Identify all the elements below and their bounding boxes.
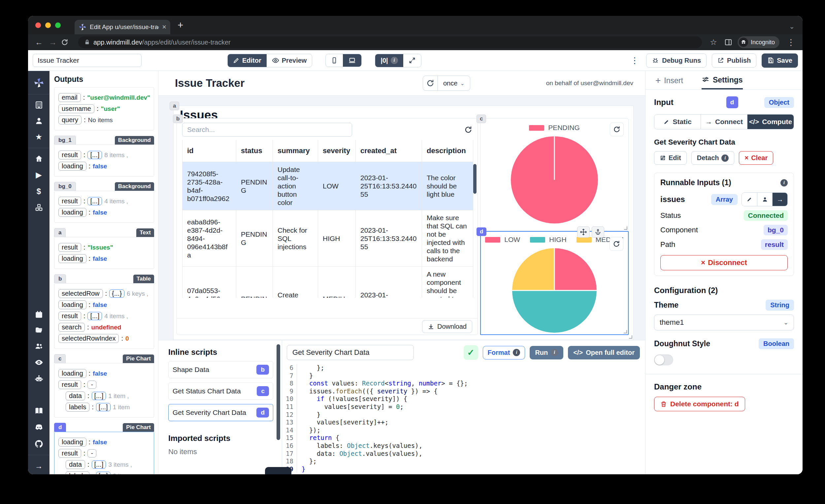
output-key[interactable]: data (66, 460, 85, 469)
component-id-badge-selected[interactable]: d (54, 423, 66, 432)
resize-handle[interactable] (629, 335, 632, 339)
side-panel-icon[interactable] (724, 38, 732, 46)
save-button[interactable]: Save (762, 54, 798, 68)
path-value-badge[interactable]: result (761, 239, 788, 250)
folders-icon[interactable] (34, 326, 44, 335)
preview-mode-button[interactable]: Preview (267, 54, 312, 67)
component-id-badge[interactable]: bg_1 (54, 136, 76, 145)
user-icon[interactable] (34, 117, 44, 125)
window-controls[interactable] (35, 22, 61, 28)
tab-close-icon[interactable]: × (162, 23, 166, 31)
drawer-handle[interactable] (265, 467, 291, 474)
audit-eye-icon[interactable] (34, 358, 44, 367)
browser-tab[interactable]: Edit App u/user/issue-tracker × (75, 20, 170, 34)
output-key[interactable]: labels (66, 471, 89, 474)
component-value-badge[interactable]: bg_0 (764, 225, 788, 235)
script-item-severity-chart-selected[interactable]: Get Severity Chart Datad (168, 404, 273, 421)
favorites-star-icon[interactable]: ★ (34, 132, 44, 142)
url-bar[interactable]: app.windmill.dev/apps/edit/u/user/issue-… (78, 36, 702, 48)
close-window-button[interactable] (35, 22, 41, 28)
output-key[interactable]: result (58, 311, 81, 320)
more-options-icon[interactable]: ⋮ (628, 56, 641, 66)
schedules-calendar-icon[interactable] (34, 310, 44, 319)
component-id-badge[interactable]: c (54, 354, 66, 363)
table-row[interactable]: 07da0553-4e6e-4d56-8ded-5fd0f7d5c3c2PEND… (182, 267, 473, 298)
expand-chip[interactable]: [...] (87, 197, 102, 205)
docs-book-icon[interactable] (34, 406, 44, 416)
tab-insert[interactable]: + Insert (655, 76, 683, 89)
output-key[interactable]: loading (58, 438, 86, 447)
run-button[interactable]: Runi (530, 346, 563, 359)
refresh-app-button[interactable] (423, 76, 438, 91)
component-id-badge[interactable]: b (54, 274, 66, 283)
publish-button[interactable]: Publish (712, 54, 756, 68)
new-tab-button[interactable]: + (177, 19, 183, 31)
bookmark-star-icon[interactable]: ☆ (708, 38, 719, 47)
expand-chip[interactable]: [...] (96, 472, 110, 474)
collapse-chip[interactable]: - (87, 449, 96, 457)
chart-refresh-button[interactable] (610, 123, 624, 136)
app-name-input[interactable] (33, 54, 142, 67)
debug-runs-button[interactable]: Debug Runs (646, 54, 706, 68)
component-badge-d-selected[interactable]: d (476, 227, 486, 236)
minimize-window-button[interactable] (45, 22, 51, 28)
open-full-editor-button[interactable]: </> Open full editor (568, 346, 640, 359)
component-badge-a[interactable]: a (170, 102, 179, 110)
table-scrollbar[interactable] (473, 164, 476, 194)
resize-handle[interactable] (624, 330, 627, 333)
detach-script-button[interactable]: Detachi (691, 151, 735, 165)
guide-lines-button[interactable]: |0| i (375, 54, 403, 67)
column-header[interactable]: status (236, 140, 273, 162)
column-header[interactable]: description (422, 140, 473, 162)
download-button[interactable]: Download (422, 320, 472, 333)
format-button[interactable]: Formati (483, 346, 525, 359)
column-header[interactable]: created_at (356, 140, 422, 162)
output-key[interactable]: data (66, 391, 85, 401)
output-key[interactable]: loading (58, 208, 86, 217)
static-mode-button[interactable]: Static (654, 115, 700, 129)
mobile-view-button[interactable] (326, 54, 343, 67)
compute-mode-button[interactable]: </> Compute (747, 115, 794, 129)
clear-script-button[interactable]: × Clear (739, 151, 773, 165)
browser-menu-icon[interactable]: ⋮ (785, 37, 797, 48)
expand-chip[interactable]: {...} (109, 289, 125, 298)
collapse-chip[interactable]: - (87, 380, 96, 389)
output-key[interactable]: loading (58, 369, 86, 378)
scripts-scrollbar[interactable] (277, 344, 280, 440)
output-key[interactable]: query (58, 116, 81, 125)
expand-chip[interactable]: [...] (87, 312, 102, 320)
output-key[interactable]: email (58, 93, 81, 102)
disconnect-button[interactable]: × Disconnect (660, 255, 788, 270)
move-handle-icon[interactable] (577, 226, 590, 238)
legend-label[interactable]: PENDING (548, 124, 580, 132)
workspace-icon[interactable] (34, 101, 44, 109)
output-key[interactable]: loading (58, 254, 86, 263)
chevron-down-icon[interactable]: ⌄ (789, 22, 795, 30)
expand-chip[interactable]: [...] (92, 460, 106, 469)
fullscreen-button[interactable] (403, 54, 421, 67)
output-key[interactable]: loading (58, 300, 86, 309)
table-refresh-button[interactable] (464, 126, 472, 134)
desktop-view-button[interactable] (343, 54, 361, 67)
column-header[interactable]: id (182, 140, 236, 162)
info-icon[interactable]: i (780, 179, 788, 187)
delete-component-button[interactable]: Delete component: d (654, 397, 745, 411)
groups-icon[interactable] (34, 342, 44, 351)
script-item-status-chart[interactable]: Get Status Chart Datac (168, 382, 273, 400)
output-key[interactable]: result (58, 243, 81, 252)
github-icon[interactable] (34, 439, 44, 448)
component-badge-c[interactable]: c (476, 115, 486, 123)
output-key[interactable]: result (58, 197, 81, 206)
output-key[interactable]: result (58, 150, 81, 159)
connect-kind-button[interactable]: → (772, 193, 788, 206)
edit-script-button[interactable]: Edit (654, 151, 687, 165)
component-badge-b[interactable]: b (173, 115, 183, 123)
output-key[interactable]: loading (58, 162, 86, 171)
input-type-badge[interactable]: Object (764, 97, 794, 108)
table-search-input[interactable] (182, 123, 352, 137)
runs-play-icon[interactable]: ▶ (34, 170, 44, 179)
theme-select[interactable]: theme1 ⌄ (654, 314, 794, 331)
chart-refresh-button[interactable] (609, 237, 623, 251)
maximize-window-button[interactable] (55, 22, 61, 28)
resources-cubes-icon[interactable] (34, 203, 44, 212)
